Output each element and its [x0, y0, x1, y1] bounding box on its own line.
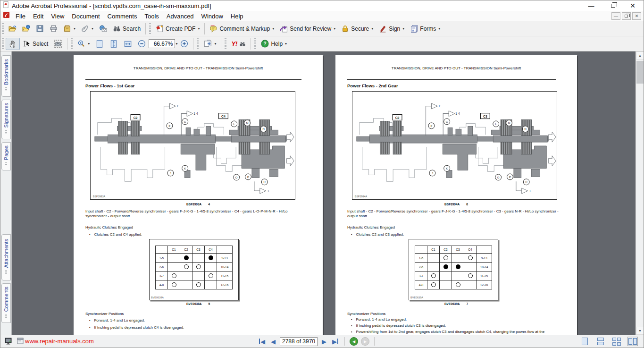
- monitor-icon[interactable]: [4, 337, 13, 348]
- window-icon[interactable]: [17, 337, 24, 347]
- doc-restore-button[interactable]: [622, 12, 631, 20]
- menu-window[interactable]: Window: [198, 12, 227, 21]
- zoom-level-input[interactable]: 66.67%: [149, 39, 175, 48]
- snapshot-button[interactable]: [51, 38, 65, 50]
- clutch-available-circle: [468, 255, 473, 260]
- menu-tools[interactable]: Tools: [141, 12, 162, 21]
- menu-bar: FileEditViewDocumentCommentsToolsAdvance…: [0, 11, 644, 21]
- menu-edit[interactable]: Edit: [29, 12, 47, 21]
- clutch-available-circle: [196, 282, 201, 287]
- create-pdf-button[interactable]: Create PDF ▾: [153, 23, 202, 35]
- close-button[interactable]: ✕: [626, 1, 640, 10]
- page-display-button[interactable]: ▾: [201, 38, 219, 50]
- page-number-input[interactable]: 2788 of 3970: [280, 337, 318, 346]
- snapshot-camera-icon: [54, 40, 62, 48]
- pdf-page-left: TRANSMISSION, DRIVE AND PTO OUT - TRANSM…: [74, 55, 323, 335]
- scroll-down-button[interactable]: ▼: [636, 327, 644, 335]
- comment-markup-button[interactable]: Comment & Markup ▾: [207, 23, 277, 35]
- sidebar-tab-comments[interactable]: Comments: [1, 283, 11, 323]
- document-area[interactable]: TRANSMISSION, DRIVE AND PTO OUT - TRANSM…: [12, 51, 636, 335]
- callout-letter: O: [235, 176, 238, 179]
- sidebar-tab-signatures[interactable]: Signatures: [1, 100, 11, 139]
- table-row: 3-711-15: [415, 272, 492, 280]
- doc-minimize-button[interactable]: —: [611, 12, 620, 20]
- continuous-layout-button[interactable]: [595, 337, 606, 346]
- next-view-button[interactable]: ▶: [361, 337, 369, 346]
- clutch-cell: [452, 272, 464, 280]
- gear-range-label: 9-13: [217, 254, 233, 263]
- clutch-engaged-dot: [209, 255, 213, 260]
- clutch-table-box: C1C2C3C41-59-132-610-143-711-154-812-16 …: [409, 239, 498, 300]
- yahoo-search-button[interactable]: Y!: [228, 38, 249, 50]
- single-page-layout-button[interactable]: [579, 337, 590, 346]
- toolbar-grip[interactable]: [149, 23, 151, 34]
- email-button[interactable]: [96, 23, 110, 35]
- open-button[interactable]: [6, 23, 19, 35]
- toolbar-grip[interactable]: [254, 38, 256, 50]
- menu-file[interactable]: File: [12, 12, 29, 21]
- menu-comments[interactable]: Comments: [104, 12, 141, 21]
- last-page-button[interactable]: ▶: [331, 338, 340, 345]
- clutch-cell: [427, 263, 440, 272]
- sign-button[interactable]: Sign ▾: [376, 23, 407, 35]
- open-web-button[interactable]: [19, 23, 33, 35]
- attach-button[interactable]: ▾: [78, 23, 96, 35]
- first-page-button[interactable]: ◀: [258, 338, 267, 345]
- doc-close-button[interactable]: ✕: [632, 12, 641, 20]
- select-label: Select: [33, 41, 48, 47]
- secure-button[interactable]: Secure ▾: [338, 23, 376, 35]
- zoom-tool-button[interactable]: ▾: [75, 38, 92, 50]
- previous-page-button[interactable]: ◀: [269, 338, 277, 345]
- zoom-in-button[interactable]: [177, 38, 191, 50]
- menu-document[interactable]: Document: [68, 12, 103, 21]
- printer-icon: [50, 25, 58, 33]
- minimize-button[interactable]: —: [584, 1, 598, 10]
- scrollbar-thumb[interactable]: [636, 61, 644, 84]
- organizer-button[interactable]: ▾: [60, 23, 78, 35]
- help-button[interactable]: ? Help ▾: [258, 38, 290, 50]
- clutch-cell: [192, 254, 205, 263]
- sidebar-tab-pages[interactable]: Pages: [1, 142, 11, 170]
- toolbar-grip[interactable]: [2, 38, 4, 50]
- search-button[interactable]: Search: [110, 23, 143, 35]
- previous-view-button[interactable]: ◀: [350, 337, 358, 346]
- sidebar-tab-bookmarks[interactable]: Bookmarks: [1, 55, 11, 97]
- select-tool-button[interactable]: Select: [20, 38, 51, 50]
- clutch-available-circle: [172, 273, 176, 278]
- toolbar-grip[interactable]: [2, 23, 4, 34]
- toolbar-grip[interactable]: [225, 38, 226, 50]
- sidebar-tab-attachments[interactable]: Attachments: [1, 234, 11, 280]
- toolbar-grip[interactable]: [71, 38, 73, 50]
- continuous-facing-layout-button[interactable]: [611, 337, 622, 346]
- clutch-engagement-table: C1C2C3C41-59-132-610-143-711-154-812-16: [415, 246, 492, 289]
- clutch-column-header: C4: [464, 246, 477, 254]
- toolbar-grip[interactable]: [197, 38, 199, 50]
- menu-advanced[interactable]: Advanced: [163, 12, 198, 21]
- vertical-scrollbar[interactable]: ▲ ▼: [636, 51, 644, 335]
- send-for-review-button[interactable]: Send for Review ▾: [277, 23, 338, 35]
- fit-page-button[interactable]: [92, 38, 107, 50]
- forms-button[interactable]: Forms ▾: [407, 23, 443, 35]
- restore-button[interactable]: [606, 1, 620, 10]
- navigation-pane-tabs: BookmarksSignaturesPagesAttachmentsComme…: [0, 51, 12, 335]
- zoom-out-button[interactable]: [135, 38, 149, 50]
- next-page-button[interactable]: ▶: [320, 338, 328, 345]
- fit-width-button[interactable]: [121, 38, 135, 50]
- site-link[interactable]: www.repair-manuals.com: [25, 338, 94, 345]
- section-title: Power Flows - 2nd Gear: [347, 83, 398, 88]
- callout-letter: R: [526, 181, 528, 184]
- pen-icon: [379, 25, 387, 33]
- print-button[interactable]: [47, 23, 60, 35]
- scroll-up-button[interactable]: ▲: [636, 51, 644, 59]
- menu-help[interactable]: Help: [227, 12, 247, 21]
- dropdown-arrow-icon: ▾: [438, 26, 440, 31]
- fit-height-button[interactable]: [107, 38, 121, 50]
- facing-layout-button[interactable]: [627, 337, 638, 346]
- menu-view[interactable]: View: [47, 12, 68, 21]
- hand-tool-button[interactable]: [6, 38, 20, 50]
- save-button[interactable]: [33, 23, 47, 35]
- clutches-heading: Hydraulic Clutches Engaged: [347, 225, 395, 229]
- paperclip-icon: [81, 25, 89, 33]
- clutch-cell: [192, 272, 205, 280]
- table-corner-cell: [477, 246, 492, 254]
